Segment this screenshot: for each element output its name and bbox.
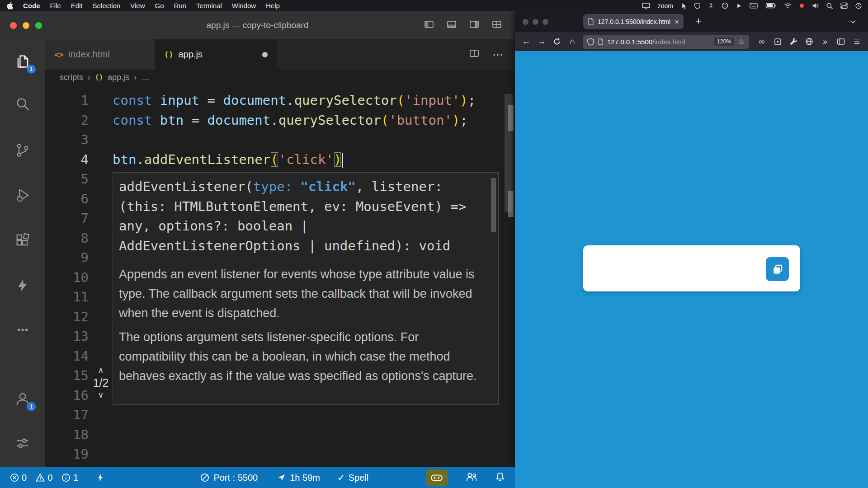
menu-item-selection[interactable]: Selection (93, 2, 121, 9)
play-icon[interactable] (736, 0, 742, 11)
toggle-panel-icon[interactable] (446, 19, 457, 32)
toggle-secondary-sidebar-icon[interactable] (469, 19, 480, 32)
signature-scrollbar-thumb[interactable] (491, 178, 496, 232)
overflow-menu-icon[interactable]: » (818, 35, 832, 48)
close-window-button[interactable] (10, 22, 17, 29)
shield-menu-icon[interactable] (694, 0, 700, 11)
unsaved-changes-dot[interactable] (262, 52, 268, 57)
home-button[interactable]: ⌂ (565, 34, 580, 49)
firefox-tab-bar[interactable]: 127.0.0.1:5500/index.html × + (515, 11, 868, 32)
menu-item-view[interactable]: View (130, 2, 145, 9)
line-number: 6 (45, 189, 89, 209)
menu-item-window[interactable]: Window (232, 2, 256, 9)
notifications-bell-icon[interactable] (495, 472, 505, 483)
breadcrumb-file[interactable]: app.js (108, 73, 129, 82)
vscode-titlebar[interactable]: app.js — copy-to-clipboard (0, 11, 515, 39)
reload-button[interactable] (549, 34, 565, 49)
more-actions-icon[interactable]: ⋯ (492, 48, 503, 61)
extension-icon[interactable] (771, 35, 784, 48)
screen-mirroring-icon[interactable] (642, 0, 650, 11)
zoom-menu-label[interactable]: zoom (658, 0, 673, 11)
code-line[interactable] (113, 405, 501, 425)
clock-menu-icon[interactable] (855, 0, 862, 11)
new-tab-button[interactable]: + (692, 15, 705, 28)
explorer-icon[interactable]: 1 (12, 51, 33, 72)
split-editor-icon[interactable] (469, 48, 480, 61)
lightning-extension-icon[interactable] (12, 275, 33, 296)
time-tracker[interactable]: 1h 59m (278, 473, 320, 483)
search-icon[interactable] (12, 94, 33, 115)
sidebar-toggle-icon[interactable] (834, 35, 848, 48)
more-views-icon[interactable] (12, 319, 33, 341)
menu-item-go[interactable]: Go (155, 2, 164, 9)
copilot-status[interactable] (426, 469, 448, 486)
zoom-level-badge[interactable]: 120% (714, 38, 734, 46)
run-debug-icon[interactable] (12, 184, 33, 206)
tab-index-html[interactable]: <> index.html (45, 39, 155, 70)
control-center-icon[interactable] (840, 0, 848, 11)
rocket-icon[interactable] (708, 0, 714, 11)
list-all-tabs-icon[interactable] (850, 19, 856, 27)
breadcrumb-symbol[interactable]: … (141, 73, 149, 82)
menu-item-help[interactable]: Help (266, 2, 280, 9)
toggle-primary-sidebar-icon[interactable] (424, 19, 434, 32)
menu-item-edit[interactable]: Edit (71, 2, 83, 9)
bolt-status-icon[interactable] (96, 473, 104, 483)
back-button[interactable]: ← (519, 34, 534, 49)
address-bar[interactable]: 127.0.0.1:5500/index.html 120% ☆ (583, 35, 749, 49)
text-input[interactable] (591, 249, 759, 288)
zoom-window-button[interactable] (542, 19, 548, 25)
wrench-extension-icon[interactable] (787, 35, 800, 48)
code-line[interactable] (113, 445, 501, 465)
site-info-icon[interactable] (598, 38, 604, 45)
breadcrumb-folder[interactable]: scripts (60, 73, 83, 82)
wifi-icon[interactable] (784, 0, 792, 11)
url-text[interactable]: 127.0.0.1:5500/index.html (607, 38, 685, 46)
code-line[interactable] (113, 425, 501, 445)
apple-menu-icon[interactable] (6, 0, 13, 11)
minimize-window-button[interactable] (533, 19, 538, 25)
next-signature-icon[interactable]: ∨ (90, 390, 111, 400)
close-window-button[interactable] (523, 19, 528, 25)
spotlight-icon[interactable] (826, 0, 833, 11)
previous-signature-icon[interactable]: ∧ (90, 366, 111, 375)
vscode-status-bar: 0 0 1 Port : 5500 1h 59m ✓ Spell (0, 467, 515, 488)
pointer-icon[interactable] (681, 0, 687, 11)
zoom-window-button[interactable] (35, 22, 42, 29)
infinity-extension-icon[interactable]: ∞ (755, 35, 769, 48)
spell-checker[interactable]: ✓ Spell (337, 472, 368, 483)
docs-paragraph: The options argument sets listener-speci… (119, 328, 486, 386)
palette-icon[interactable] (722, 0, 728, 11)
customize-layout-icon[interactable] (491, 19, 502, 32)
extensions-icon[interactable] (12, 229, 33, 251)
errors-icon (10, 473, 19, 482)
editor-scrollbar[interactable] (502, 85, 515, 467)
menu-item-terminal[interactable]: Terminal (196, 2, 222, 9)
source-control-icon[interactable] (12, 139, 33, 161)
code-line[interactable]: const input = document.querySelector('in… (113, 91, 501, 111)
live-server-port[interactable]: Port : 5500 (200, 473, 258, 483)
close-tab-icon[interactable]: × (675, 18, 679, 26)
accounts-icon[interactable]: 1 (12, 388, 33, 410)
application-menu-icon[interactable] (850, 35, 863, 48)
forward-button[interactable]: → (534, 34, 549, 49)
accounts-status-icon[interactable] (466, 472, 477, 483)
globe-extension-icon[interactable] (802, 35, 816, 48)
code-line[interactable]: btn.addEventListener('click') (113, 150, 501, 170)
problems-indicator[interactable]: 0 0 1 (10, 473, 85, 483)
menu-item-run[interactable]: Run (174, 2, 187, 9)
copy-button[interactable] (766, 257, 789, 281)
settings-icon[interactable] (12, 432, 33, 454)
bookmark-star-icon[interactable]: ☆ (738, 37, 745, 47)
menu-item-file[interactable]: File (50, 2, 61, 9)
minimize-window-button[interactable] (23, 22, 29, 29)
code-line[interactable]: const btn = document.querySelector('butt… (113, 111, 501, 131)
tab-app-js[interactable]: () app.js (155, 39, 277, 70)
keyboard-icon[interactable] (750, 0, 758, 11)
code-editor[interactable]: 12345678910111213141516171819 const inpu… (45, 85, 515, 467)
code-line[interactable] (113, 130, 501, 150)
volume-icon[interactable] (812, 0, 819, 11)
menu-app-name[interactable]: Code (23, 2, 40, 9)
tracking-protection-shield-icon[interactable] (587, 38, 594, 46)
browser-tab[interactable]: 127.0.0.1:5500/index.html × (583, 14, 684, 29)
